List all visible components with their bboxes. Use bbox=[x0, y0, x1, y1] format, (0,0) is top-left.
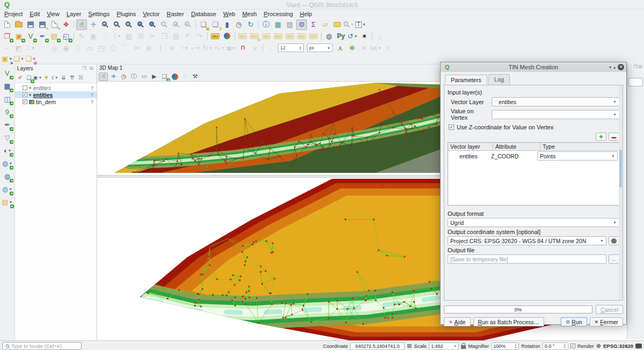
layer-item-2[interactable]: ✓tin_dem? bbox=[15, 98, 97, 105]
expand-all-button[interactable]: ⇊ bbox=[60, 74, 68, 82]
tab-log[interactable]: Log bbox=[488, 74, 510, 85]
new-virtual-layer-button[interactable]: ◱+ bbox=[61, 31, 71, 41]
crs-globe-icon[interactable]: ⊕ bbox=[596, 342, 601, 349]
save-project-as-button[interactable]: ✎ bbox=[37, 19, 48, 30]
select-features-by-value-button[interactable]: ❏▼ bbox=[13, 54, 24, 64]
close-button[interactable]: ✕ Fermer bbox=[590, 317, 623, 326]
zoom-to-selection-button[interactable]: ▣ bbox=[135, 19, 146, 30]
panel-float-close-icons[interactable]: ❐ ☒ bbox=[82, 66, 94, 71]
new-map-view-button[interactable]: ❏▣ bbox=[198, 19, 209, 30]
add-postgis-layer-button[interactable]: ◖+▼ bbox=[2, 145, 12, 156]
new-print-layout-button[interactable]: ✎ bbox=[49, 19, 60, 30]
show-bookmarks-button[interactable]: ▮ bbox=[222, 19, 232, 30]
layer-notes-badge[interactable]: ? bbox=[91, 99, 93, 105]
type-combo[interactable]: Points ▼ bbox=[537, 151, 618, 161]
scene-effects-button[interactable] bbox=[170, 72, 179, 81]
remove-row-button[interactable]: ▬ bbox=[609, 133, 619, 141]
layer-labeling-button[interactable]: abc bbox=[210, 31, 221, 41]
output-crs-combo[interactable]: Project CRS: EPSG:32620 - WGS 84 / UTM z… bbox=[448, 236, 606, 245]
tab-parameters[interactable]: Parameters bbox=[445, 75, 487, 85]
first-aid-debug-button[interactable]: ✶ bbox=[359, 31, 370, 41]
collapse-all-button[interactable]: ⇈ bbox=[68, 74, 77, 82]
layer-visibility-checkbox[interactable] bbox=[23, 85, 27, 90]
layer-item-1[interactable]: ✓●entities? bbox=[15, 91, 97, 98]
style-manager-button[interactable]: ❖ bbox=[61, 19, 71, 30]
use-z-checkbox[interactable]: ✓ bbox=[449, 125, 454, 130]
manage-map-themes-button[interactable]: ◉▼ bbox=[33, 74, 42, 82]
save-as-image-button[interactable]: ❏+ bbox=[160, 72, 169, 81]
batch-process-button[interactable]: Run as Batch Process… bbox=[473, 317, 544, 326]
new-shapefile-layer-button[interactable]: V+ bbox=[25, 31, 36, 41]
add-grass-vector-layer-button[interactable]: ✒+ bbox=[2, 119, 12, 130]
layer-visibility-checkbox[interactable]: ✓ bbox=[23, 92, 27, 97]
add-wcs-layer-button[interactable]: ◍+ bbox=[2, 171, 12, 181]
new-3d-map-view-button[interactable]: ❏3 bbox=[210, 19, 221, 30]
menu-web[interactable]: Web bbox=[223, 11, 235, 17]
processing-search-input[interactable] bbox=[628, 78, 643, 86]
identify-features-button[interactable]: ⓘ bbox=[261, 19, 272, 30]
add-mesh-layer-button[interactable]: ◫+ bbox=[2, 93, 12, 104]
locator-input[interactable]: Type to locate (Ctrl+K) bbox=[2, 342, 82, 350]
add-raster-layer-button[interactable]: ▦+ bbox=[2, 81, 12, 91]
messages-icon[interactable] bbox=[635, 344, 642, 348]
dialog-close-icon[interactable]: ✕ bbox=[618, 64, 624, 70]
show-statistics-button[interactable]: Σ bbox=[308, 19, 319, 30]
output-format-combo[interactable]: Ugrid ▼ bbox=[448, 218, 619, 227]
open-project-button[interactable] bbox=[13, 19, 24, 30]
save-project-button[interactable] bbox=[25, 19, 36, 30]
temporal-controller-button[interactable]: ◷ bbox=[233, 19, 244, 30]
menu-vector[interactable]: Vector bbox=[143, 11, 159, 17]
add-spatialite-layer-button[interactable]: ▽+ bbox=[2, 132, 12, 143]
measure-3d-button[interactable]: ▭ bbox=[140, 72, 149, 81]
mesh-size-button[interactable]: 12▲▼ bbox=[277, 42, 305, 53]
value-on-vertex-combo[interactable]: ▼ bbox=[492, 110, 619, 119]
play-animation-button[interactable]: ▶ bbox=[150, 72, 159, 81]
menu-edit[interactable]: Edit bbox=[30, 11, 40, 17]
zoom-out-button[interactable]: − bbox=[112, 19, 122, 30]
camera-pan-button[interactable]: ☝ bbox=[99, 72, 108, 81]
menu-settings[interactable]: Settings bbox=[88, 11, 109, 17]
configure-3d-button[interactable]: ⚒ bbox=[191, 72, 200, 81]
add-row-button[interactable]: ✚ bbox=[596, 133, 606, 141]
layer-diagram-button[interactable] bbox=[222, 31, 232, 41]
metasearch-button[interactable]: ◍ bbox=[324, 31, 334, 41]
zoom-in-button[interactable]: + bbox=[100, 19, 111, 30]
select-features-button[interactable]: ▣➤▼ bbox=[2, 54, 12, 64]
layer-visibility-checkbox[interactable]: ✓ bbox=[23, 99, 27, 104]
new-memory-layer-button[interactable]: ▤+ bbox=[49, 31, 60, 41]
open-attribute-table-button[interactable]: ▦ bbox=[273, 19, 283, 30]
remove-layer-button[interactable]: ☒ bbox=[77, 74, 85, 82]
select-crs-button[interactable] bbox=[609, 236, 619, 245]
add-delimited-text-layer-button[interactable]: 9+ bbox=[2, 106, 12, 117]
pan-map-button[interactable]: ☝ bbox=[76, 19, 87, 30]
menu-layer[interactable]: Layer bbox=[67, 11, 82, 17]
menu-raster[interactable]: Raster bbox=[166, 11, 184, 17]
measure-line-button[interactable]: ▱ bbox=[320, 19, 331, 30]
output-file-input[interactable]: [Save to temporary file] bbox=[448, 254, 606, 264]
filter-legend-button[interactable]: ▼ bbox=[42, 74, 51, 82]
zoom-full-button[interactable]: ✛ bbox=[123, 19, 134, 30]
menu-processing[interactable]: Processing bbox=[264, 11, 292, 17]
mesh-select-button[interactable]: ❖ bbox=[347, 42, 357, 53]
extents-icon[interactable]: ⊠ bbox=[407, 342, 412, 349]
pan-to-selection-button[interactable]: ✛ bbox=[88, 19, 99, 30]
render-checkbox[interactable]: ✓ bbox=[570, 344, 575, 348]
processing-toolbox-button[interactable]: ⚙ bbox=[296, 19, 307, 30]
refresh-map-button[interactable]: ↻ bbox=[245, 19, 256, 30]
menu-view[interactable]: View bbox=[47, 11, 60, 17]
rotation-spin[interactable]: 0.0 °▲▼ bbox=[543, 342, 568, 350]
map-tips-button[interactable] bbox=[332, 19, 342, 30]
browse-file-button[interactable]: … bbox=[609, 254, 619, 264]
add-wfs-layer-button[interactable]: ◍+▼ bbox=[2, 184, 12, 194]
layer-notes-badge[interactable]: ? bbox=[91, 92, 93, 98]
dialog-maximize-icon[interactable]: ▴ bbox=[613, 65, 616, 70]
panel-corner-icons[interactable]: ❐☒ bbox=[627, 63, 644, 70]
help-button[interactable]: ✳ Aide bbox=[444, 317, 471, 326]
filter-by-expression-button[interactable]: ε▼ bbox=[51, 74, 60, 82]
add-wms-layer-button[interactable]: ◍+▼ bbox=[2, 158, 12, 169]
menu-database[interactable]: Database bbox=[191, 11, 216, 17]
processing-history-button[interactable]: ↺▼ bbox=[347, 31, 358, 41]
zoom-full-3d-button[interactable]: ✛ bbox=[109, 72, 118, 81]
new-geopackage-layer-button[interactable]: ▣+ bbox=[13, 31, 24, 41]
deselect-features-button[interactable]: ❏⊘▼ bbox=[25, 54, 36, 64]
